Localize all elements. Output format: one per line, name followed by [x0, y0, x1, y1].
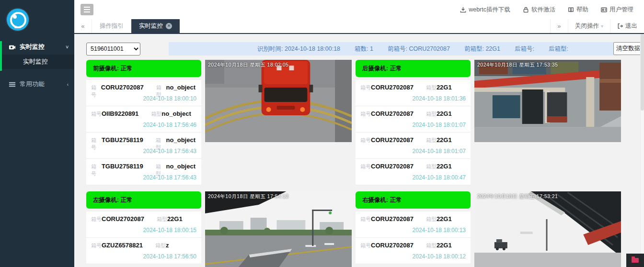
tab-label: 操作指引 — [100, 22, 124, 30]
camera-icon — [9, 44, 16, 51]
box-no-label: 箱号 — [91, 216, 102, 223]
sidebar-item-label: 实时监控 — [20, 43, 66, 51]
record-timestamp: 2024-10-18 18:00:13 — [413, 227, 466, 234]
box-type-label: 箱型 — [426, 163, 437, 170]
logout-button[interactable]: 退出 — [610, 19, 644, 33]
box-no-value: TGBU2758119 — [102, 163, 143, 170]
record-row: 箱号 CORU2702087 箱型 22G1 2024-10-18 18:00:… — [86, 211, 201, 238]
user-management-link[interactable]: 用户管理 — [601, 6, 633, 14]
box-no-label: 箱号 — [91, 84, 101, 99]
help-link[interactable]: 帮助 — [568, 6, 588, 14]
record-timestamp: 2024-10-18 18:00:12 — [413, 253, 466, 260]
box-no-label: 箱号 — [360, 242, 371, 249]
box-no-label: 箱号 — [360, 137, 371, 144]
box-type-label: 箱型 — [157, 216, 167, 223]
record-timestamp: 2024-10-18 17:56:46 — [143, 122, 196, 128]
right-camera-video[interactable]: 2024年10月18日 星期五 17:53:21 — [474, 191, 621, 267]
tabs-scroll-left-button[interactable]: « — [74, 19, 92, 33]
box-no-label: 箱号 — [91, 242, 102, 249]
box-no-label: 箱号 — [360, 163, 371, 170]
rear-camera-scene — [474, 60, 621, 142]
tab-realtime-monitor[interactable]: 实时监控 ✕ — [131, 19, 180, 33]
record-timestamp: 2024-10-18 18:01:36 — [413, 95, 466, 102]
box-type-label: 箱型 — [426, 216, 437, 223]
download-icon — [460, 7, 466, 13]
record-timestamp: 2024-10-18 18:01:07 — [413, 122, 466, 128]
box-type-value: 22G1 — [437, 110, 452, 117]
box-type-label: 箱型 — [426, 111, 437, 118]
box-type-value: no_object — [166, 136, 196, 144]
panel-front-camera: 前摄像机: 正常 箱号 CORU2702087 箱型 no_object 202… — [86, 60, 201, 185]
box-type-value: 22G1 — [437, 215, 452, 222]
floating-widget[interactable] — [626, 254, 644, 267]
tabs-scroll-right-button[interactable]: » — [550, 19, 568, 33]
list-icon — [9, 81, 16, 88]
chevron-left-icon: ‹ — [67, 82, 69, 87]
webrtc-plugin-download-link[interactable]: webrtc插件下载 — [460, 6, 510, 14]
sidebar-item-realtime-monitor[interactable]: 实时监控 ˅ — [0, 39, 74, 55]
box-no-value: CORU2702087 — [371, 242, 414, 249]
logout-icon — [617, 23, 623, 29]
device-select[interactable]: 5196011001 — [86, 43, 140, 56]
left-camera-record-list: 箱号 CORU2702087 箱型 22G1 2024-10-18 18:00:… — [86, 211, 201, 264]
rear-camera-record-list: 箱号 CORU2702087 箱型 22G1 2024-10-18 18:01:… — [356, 80, 471, 185]
sidebar-subitem-realtime-monitor[interactable]: 实时监控 — [0, 55, 74, 69]
info-field: 后箱号: — [515, 45, 534, 53]
dropdown-label: 关闭操作 — [575, 22, 599, 30]
record-row: 箱号 TGBU2758119 箱型 no_object 2024-10-18 1… — [86, 133, 201, 159]
box-no-value: CORU2702087 — [101, 84, 144, 91]
front-camera-record-list: 箱号 CORU2702087 箱型 no_object 2024-10-18 1… — [86, 80, 201, 185]
box-type-value: no_object — [166, 163, 196, 170]
close-tab-icon[interactable]: ✕ — [166, 23, 172, 29]
sidebar-item-common-functions[interactable]: 常用功能 ‹ — [0, 77, 74, 92]
box-no-value: CORU2702087 — [371, 110, 414, 117]
video-timestamp-overlay: 2024年10月18日 星期五 18:02:05 — [208, 62, 288, 68]
close-operations-dropdown[interactable]: 关闭操作 ▾ — [568, 19, 610, 33]
app-logo — [0, 0, 74, 39]
sidebar-toggle-button[interactable] — [80, 4, 93, 15]
box-type-value: 22G1 — [437, 242, 452, 249]
panel-right-camera: 右摄像机: 正常 箱号 CORU2702087 箱型 22G1 2024-10-… — [356, 191, 471, 264]
info-field: 前箱号: CORU2702087 — [388, 45, 450, 53]
record-row: 箱号 CORU2702087 箱型 22G1 2024-10-18 18:01:… — [356, 133, 471, 159]
box-no-value: CORU2702087 — [371, 163, 414, 170]
toolbar: 5196011001 识别时间: 2024-10-18 18:00:18 箱数:… — [86, 42, 621, 56]
caret-down-icon: ▾ — [601, 23, 603, 29]
info-field: 前箱型: 22G1 — [464, 45, 500, 53]
video-timestamp-overlay: 2024年10月18日 星期五 17:53:21 — [477, 193, 558, 200]
box-type-value: 22G1 — [437, 84, 452, 91]
software-activation-link[interactable]: 软件激活 — [523, 6, 555, 14]
scrollbar-thumb[interactable] — [641, 34, 644, 111]
recognition-info-bar: 识别时间: 2024-10-18 18:00:18 箱数: 1 前箱号: COR… — [169, 42, 621, 56]
front-camera-video[interactable]: 2024年10月18日 星期五 18:02:05 — [205, 60, 352, 142]
main-content: 5196011001 识别时间: 2024-10-18 18:00:18 箱数:… — [74, 34, 644, 267]
box-no-label: 箱号 — [91, 111, 102, 118]
box-no-value: TGBU2758119 — [102, 136, 143, 144]
record-timestamp: 2024-10-18 18:00:15 — [143, 227, 196, 234]
box-no-value: OIIB9220891 — [102, 110, 138, 117]
box-type-label: 箱型 — [426, 84, 437, 91]
sidebar-item-label: 常用功能 — [20, 80, 67, 89]
box-no-label: 箱号 — [91, 137, 102, 151]
link-label: 用户管理 — [610, 6, 633, 14]
tab-bar: « 操作指引 实时监控 ✕ » 关闭操作 ▾ 退出 — [74, 19, 644, 34]
left-camera-video[interactable]: 2024年10月18日 星期五 17:54:13 — [205, 191, 352, 267]
record-row: 箱号 CORU2702087 箱型 22G1 2024-10-18 18:01:… — [356, 80, 471, 106]
record-row: 箱号 TGBU2758119 箱型 no_object 2024-10-18 1… — [86, 159, 201, 185]
record-row: 箱号 CORU2702087 箱型 22G1 2024-10-18 18:00:… — [356, 159, 471, 185]
record-timestamp: 2024-10-18 18:00:47 — [413, 174, 466, 181]
right-camera-scene — [474, 191, 621, 267]
box-no-value: CORU2702087 — [102, 215, 144, 222]
lock-icon — [523, 7, 529, 13]
clear-data-button[interactable]: 清空数据 — [613, 42, 643, 55]
link-label: webrtc插件下载 — [469, 6, 510, 14]
left-camera-status-header: 左摄像机: 正常 — [86, 191, 201, 209]
tab-operation-guide[interactable]: 操作指引 — [92, 19, 131, 33]
box-no-value: GZUZ6578821 — [102, 242, 143, 249]
record-row: 箱号 CORU2702087 箱型 no_object 2024-10-18 1… — [86, 80, 201, 106]
rear-camera-video[interactable]: 2024年10月18日 星期五 17:53:35 — [474, 60, 621, 142]
box-no-value: CORU2702087 — [371, 136, 414, 144]
record-row: 箱号 GZUZ6578821 箱型 z 2024-10-18 17:56:50 — [86, 238, 201, 264]
camera-grid: 前摄像机: 正常 箱号 CORU2702087 箱型 no_object 202… — [86, 60, 644, 267]
box-type-label: 箱型 — [151, 111, 161, 118]
